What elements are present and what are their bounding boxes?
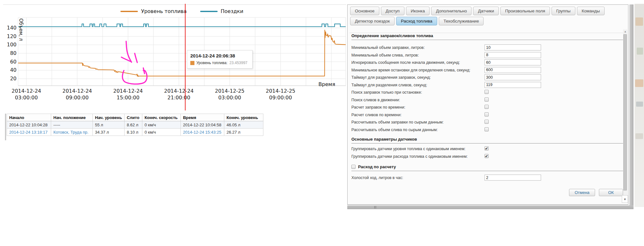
tooltip-timestamp: 2014-12-24 20:06:38 bbox=[187, 50, 252, 60]
tab-row1[interactable]: Группы bbox=[552, 7, 575, 15]
checkbox[interactable] bbox=[485, 90, 489, 94]
text-input[interactable] bbox=[485, 52, 541, 58]
x-tick-label: 2014-12-2403:00:00 bbox=[4, 88, 49, 101]
table-row[interactable]: 2014-12-22 10:04:28-----55 л8.62 л0 км/ч… bbox=[7, 121, 263, 129]
form-row: Минимальный объем слива, литров: bbox=[351, 52, 625, 59]
form-row: Таймаут для разделения заправок, секунд: bbox=[351, 74, 625, 81]
tab-row1[interactable]: Команды bbox=[577, 7, 605, 15]
checkbox[interactable] bbox=[485, 120, 489, 124]
field-label: Минимальный объем слива, литров: bbox=[351, 53, 419, 57]
checkbox[interactable] bbox=[485, 127, 489, 131]
tab-row2[interactable]: Детектор поездок bbox=[350, 17, 395, 25]
tab-row1[interactable]: Иконка bbox=[406, 7, 430, 15]
dialog-tabs-row2: Детектор поездокРасход топливаТехобслужи… bbox=[350, 17, 484, 25]
y-axis-title: Объем, л bbox=[18, 18, 24, 41]
checkbox[interactable] bbox=[485, 105, 489, 109]
column-header[interactable]: Конеч. скорость bbox=[142, 114, 180, 121]
scroll-down-icon[interactable]: ▼ bbox=[622, 195, 628, 203]
table-cell: 55 л bbox=[93, 121, 125, 129]
section-title-text: Расход по расчету bbox=[358, 164, 396, 169]
checkbox[interactable]: ✔ bbox=[485, 154, 489, 158]
column-header[interactable]: Время bbox=[180, 114, 224, 121]
form-row: Группировать датчики уровня топлива с од… bbox=[351, 146, 625, 153]
scroll-up-icon[interactable]: ▲ bbox=[623, 30, 627, 34]
text-input[interactable] bbox=[485, 175, 541, 181]
table-left-edge bbox=[5, 114, 6, 140]
column-header[interactable]: Нач. уровень bbox=[93, 114, 125, 121]
window-frame-right bbox=[629, 4, 634, 209]
y-tick-label: 40 bbox=[0, 67, 17, 73]
text-input[interactable] bbox=[485, 74, 541, 80]
field-label: Расчет заправок по времени: bbox=[351, 105, 405, 110]
tab-row1[interactable]: Произвольные поля bbox=[500, 7, 550, 15]
splitter-grip-icon[interactable] bbox=[374, 206, 376, 209]
form-row: Минимальный объем заправки, литров: bbox=[351, 44, 625, 51]
field-label: Холостой ход, литров в час: bbox=[351, 176, 403, 180]
form-row: Таймаут для разделения сливов, секунд: bbox=[351, 82, 625, 89]
table-row[interactable]: 2014-12-24 13:18:17Котовск, Труда пр.34.… bbox=[7, 129, 263, 136]
column-header[interactable]: Слито bbox=[124, 114, 142, 121]
unit-properties-dialog: ОсновноеДоступИконкаДополнительноДатчики… bbox=[347, 4, 628, 205]
column-header[interactable]: Конеч. уровень bbox=[224, 114, 263, 121]
section-checkbox[interactable] bbox=[351, 165, 356, 169]
tab-row2[interactable]: Техобслуживание bbox=[439, 17, 484, 25]
horizontal-splitter[interactable] bbox=[347, 205, 634, 209]
dialog-tabs-row1: ОсновноеДоступИконкаДополнительноДатчики… bbox=[350, 7, 605, 15]
ok-button[interactable]: ОК bbox=[599, 189, 623, 196]
legend-label: Поездки bbox=[221, 8, 243, 14]
y-tick-label: 100 bbox=[0, 42, 17, 48]
field-label: Игнорировать сообщения после начала движ… bbox=[351, 60, 460, 65]
fuel-chart-panel: Уровень топливаПоездки Объем, л 14012010… bbox=[0, 0, 349, 111]
field-label: Поиск заправок только при остановке: bbox=[351, 90, 422, 95]
column-header[interactable]: Нач. положение bbox=[51, 114, 93, 121]
table-cell: 2014-12-22 10:04:58 bbox=[180, 121, 224, 129]
form-row: Расчет заправок по времени: bbox=[351, 104, 625, 111]
table-cell: 0 км/ч bbox=[142, 121, 180, 129]
text-input[interactable] bbox=[485, 67, 541, 73]
legend-line-swatch-icon bbox=[200, 11, 218, 12]
scrollbar-thumb[interactable] bbox=[623, 34, 627, 190]
text-input[interactable] bbox=[485, 59, 541, 65]
field-label: Группировать датчики расхода топлива с о… bbox=[351, 154, 468, 159]
page: Уровень топливаПоездки Объем, л 14012010… bbox=[0, 0, 644, 246]
annotation-scribble bbox=[122, 70, 147, 84]
checkbox[interactable] bbox=[485, 97, 489, 102]
x-tick-label: 2014-12-2421:00:00 bbox=[157, 88, 201, 101]
tab-row1[interactable]: Доступ bbox=[381, 7, 404, 15]
cursor-line bbox=[185, 4, 186, 110]
cell-link[interactable]: Котовск, Труда пр. bbox=[53, 130, 88, 135]
text-input[interactable] bbox=[485, 44, 541, 50]
form-row: Поиск заправок только при остановке: bbox=[351, 89, 625, 96]
checkbox[interactable]: ✔ bbox=[485, 146, 489, 150]
form-row: Игнорировать сообщения после начала движ… bbox=[351, 59, 625, 66]
field-label: Таймаут для разделения заправок, секунд: bbox=[351, 75, 431, 80]
cell-link[interactable]: 2014-12-24 13:18:17 bbox=[9, 130, 48, 135]
column-header[interactable]: Начало bbox=[7, 114, 51, 121]
section-title: Определение заправок/сливов топлива bbox=[351, 33, 625, 40]
checkbox[interactable] bbox=[485, 112, 489, 116]
text-input[interactable] bbox=[485, 82, 541, 88]
table-cell: Котовск, Труда пр. bbox=[51, 129, 93, 136]
cell-link[interactable]: 2014-12-24 15:43:25 bbox=[183, 130, 221, 135]
tab-row1[interactable]: Дополнительно bbox=[431, 7, 471, 15]
cancel-button[interactable]: Отмена bbox=[569, 189, 595, 196]
x-tick-label: 2014-12-2409:00:00 bbox=[55, 88, 99, 101]
field-label: Таймаут для разделения сливов, секунд: bbox=[351, 83, 427, 87]
form-row: Расчет сливов по времени: bbox=[351, 112, 625, 119]
table-cell: 26.27 л bbox=[224, 129, 263, 136]
field-label: Рассчитывать объем слива по сырым данным… bbox=[351, 128, 438, 132]
table-cell: 8.10 л bbox=[124, 129, 142, 136]
tab-row1[interactable]: Основное bbox=[350, 7, 379, 15]
tab-row1[interactable]: Датчики bbox=[473, 7, 499, 15]
x-tick-label: 2014-12-2415:00:00 bbox=[106, 88, 150, 101]
form-row: Рассчитывать объем заправки по сырым дан… bbox=[351, 119, 625, 126]
y-tick-label: 20 bbox=[0, 76, 17, 82]
annotation-scribble bbox=[126, 41, 132, 62]
field-label: Минимальное время остановки для определе… bbox=[351, 68, 471, 72]
x-axis-title: Время bbox=[297, 81, 335, 87]
vertical-scrollbar[interactable]: ▲ bbox=[623, 30, 627, 202]
tab-row2[interactable]: Расход топлива bbox=[396, 17, 437, 25]
y-tick-label: 80 bbox=[0, 50, 17, 56]
field-label: Рассчитывать объем заправки по сырым дан… bbox=[351, 120, 444, 124]
annotation-scribble bbox=[143, 68, 145, 74]
